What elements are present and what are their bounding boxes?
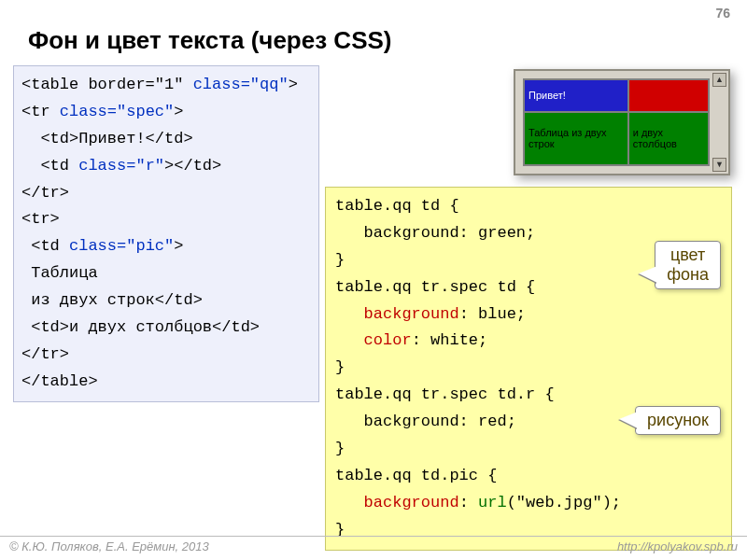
code-prop: background (364, 494, 459, 511)
html-code-block: <table border="1" class="qq"> <tr class=… (13, 65, 319, 402)
code-line: table.qq td { (335, 197, 459, 215)
code-line: <tr (21, 103, 60, 120)
demo-cell (628, 79, 709, 112)
scroll-down-icon: ▼ (712, 158, 726, 172)
code-line: : (459, 494, 478, 511)
callout-tail-icon (639, 266, 657, 283)
footer: © К.Ю. Поляков, Е.А. Ерёмин, 2013 http:/… (0, 536, 747, 556)
scroll-up-icon: ▲ (712, 73, 726, 87)
code-line: } (335, 358, 345, 376)
code-line: table.qq td.pic { (335, 467, 497, 484)
code-line: ></td> (164, 157, 221, 175)
code-line: : white; (412, 331, 488, 349)
code-line: из двух строк</td> (21, 291, 203, 309)
code-line: <td>и двух столбцов</td> (21, 318, 260, 336)
code-line: <td (21, 237, 69, 255)
code-attr: class="r" (78, 157, 164, 175)
code-line (335, 331, 364, 349)
code-line: > (289, 76, 298, 93)
demo-cell: Привет! (524, 79, 628, 112)
code-line: > (174, 237, 183, 255)
code-prop: background (364, 305, 459, 323)
code-line (335, 494, 364, 511)
page-number: 76 (715, 6, 730, 21)
code-line: background: green; (335, 224, 535, 242)
code-attr: class="spec" (60, 103, 174, 120)
browser-mockup: ▲ ▼ Привет! Таблица из двух строк и двух… (514, 69, 730, 175)
demo-table: Привет! Таблица из двух строк и двух сто… (523, 78, 710, 166)
code-attr: class="qq" (193, 76, 289, 93)
code-line: > (174, 103, 183, 120)
code-line: <td (21, 157, 78, 175)
code-line: ("web.jpg"); (507, 494, 621, 511)
browser-viewport: Привет! Таблица из двух строк и двух сто… (523, 78, 710, 166)
callout-text: рисунок (647, 411, 709, 429)
demo-cell: и двух столбцов (628, 112, 709, 166)
code-line: } (335, 251, 345, 269)
code-line: } (335, 440, 345, 457)
slide-title: Фон и цвет текста (через CSS) (28, 26, 391, 55)
footer-url: http://kpolyakov.spb.ru (617, 539, 738, 553)
callout-tail-icon (619, 412, 638, 428)
code-line: <td>Привет!</td> (21, 130, 193, 147)
code-line: <tr> (21, 210, 60, 228)
callout-text: цвет фона (667, 245, 709, 285)
footer-copyright: © К.Ю. Поляков, Е.А. Ерёмин, 2013 (9, 539, 209, 553)
code-line: background: red; (335, 413, 516, 430)
code-line: </tr> (21, 345, 69, 363)
code-prop: color (364, 331, 412, 349)
code-line: table.qq tr.spec td { (335, 278, 535, 296)
code-line (335, 305, 364, 323)
code-attr: class="pic" (69, 237, 174, 255)
callout-bg-color: цвет фона (655, 241, 721, 289)
code-line: <table border="1" (21, 76, 193, 93)
callout-picture: рисунок (635, 406, 721, 435)
code-line: Таблица (21, 264, 98, 282)
code-func: url (478, 494, 507, 511)
code-line: </tr> (21, 184, 69, 202)
code-line: </table> (21, 372, 98, 390)
demo-cell: Таблица из двух строк (524, 112, 628, 166)
code-line: table.qq tr.spec td.r { (335, 385, 555, 403)
code-line: : blue; (459, 305, 526, 323)
